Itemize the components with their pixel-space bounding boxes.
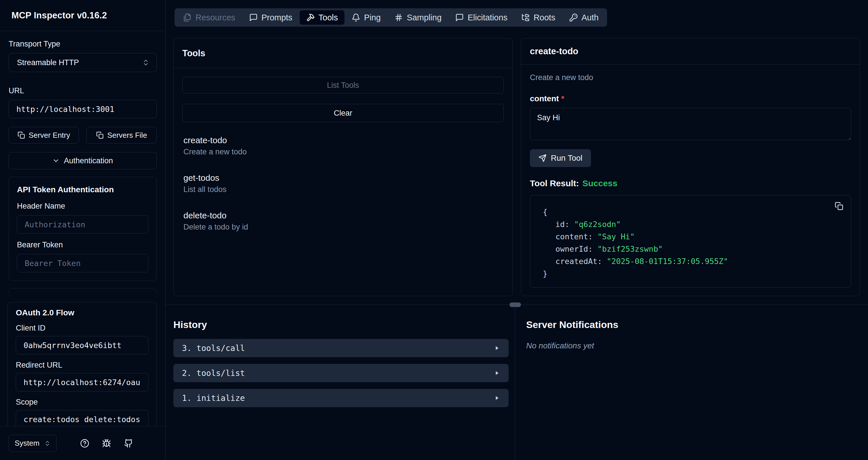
chevron-down-icon [52,157,60,164]
server-entry-label: Server Entry [29,131,70,140]
url-input[interactable] [17,105,149,113]
tool-description: List all todos [183,185,503,194]
bug-icon [102,439,111,448]
tab-roots[interactable]: Roots [515,10,562,25]
json-key: ownerId: [555,244,597,253]
copy-icon [18,131,25,139]
footer-icons [57,439,157,448]
tab-ping[interactable]: Ping [345,10,387,25]
json-line: ownerId: "bzif253zswnb" [543,243,838,255]
tool-list-item-delete-todo[interactable]: delete-todo Delete a todo by id [183,210,503,232]
url-input-wrap [9,100,157,118]
list-tools-button[interactable]: List Tools [182,77,504,94]
transport-type-label: Transport Type [9,40,157,48]
client-id-input[interactable] [24,341,141,350]
copy-icon [96,131,104,139]
json-key: id: [555,220,574,229]
scope-input[interactable] [24,415,141,424]
tool-result-row: Tool Result:Success [530,178,851,188]
sidebar: MCP Inspector v0.16.2 Transport Type Str… [0,0,166,460]
server-buttons-row: Server Entry Servers File [9,127,157,143]
json-value: "bzif253zswnb" [597,244,663,253]
sidebar-scroll-area: Transport Type Streamable HTTP URL Serve… [0,31,165,426]
help-button[interactable] [80,439,89,448]
history-list: 3. tools/call 2. tools/list 1. initializ… [174,339,507,407]
history-row-tools-list[interactable]: 2. tools/list [174,364,508,382]
tools-panel-title: Tools [182,48,205,59]
bottom-panes: History 3. tools/call 2. tools/list 1. i… [166,305,868,460]
message-square-icon [455,13,464,22]
expand-arrow-icon [494,370,500,376]
tool-description: Delete a todo by id [183,223,503,232]
tool-description: Create a new todo [183,147,503,156]
content-textarea[interactable]: Say Hi [530,108,851,140]
tab-bar: Resources Prompts Tools Ping Sampling El… [175,8,607,27]
tools-panel-body: List Tools Clear create-todo Create a ne… [174,68,513,257]
tab-label: Resources [195,13,236,22]
server-notifications-title: Server Notifications [526,319,868,330]
tab-prompts[interactable]: Prompts [243,10,299,25]
client-id-input-wrap [16,336,148,354]
expand-arrow-icon [494,345,500,351]
tool-name: create-todo [183,135,503,145]
json-value: "q6z2sodn" [574,220,621,229]
servers-file-button[interactable]: Servers File [86,127,157,143]
json-key: createdAt: [555,257,607,266]
theme-select[interactable]: System [9,435,57,452]
history-title: History [174,319,507,330]
tab-auth[interactable]: Auth [563,10,606,25]
github-button[interactable] [124,439,133,448]
send-icon [538,154,547,162]
history-row-tools-call[interactable]: 3. tools/call [174,339,508,357]
json-line: content: "Say Hi" [543,230,838,243]
sidebar-header: MCP Inspector v0.16.2 [0,0,165,31]
client-id-label: Client ID [16,324,148,333]
tool-list-item-get-todos[interactable]: get-todos List all todos [183,173,503,194]
api-token-card: API Token Authentication Header Name Bea… [9,177,157,281]
bug-report-button[interactable] [102,439,111,448]
tool-result-label: Tool Result: [530,178,579,188]
chevrons-up-down-icon [44,440,51,447]
json-value: "Say Hi" [597,232,634,241]
selected-tool-panel: create-todo Create a new todo content* S… [521,38,860,296]
tool-name: get-todos [183,173,503,183]
tab-label: Roots [534,13,555,22]
tool-list-item-create-todo[interactable]: create-todo Create a new todo [183,135,503,156]
tab-sampling[interactable]: Sampling [388,10,448,25]
tab-label: Auth [582,13,599,22]
github-icon [124,439,133,448]
servers-file-label: Servers File [107,131,147,140]
sidebar-footer: System [0,426,165,460]
server-entry-button[interactable]: Server Entry [9,127,79,143]
tab-label: Prompts [261,13,292,22]
header-name-input[interactable] [25,220,141,229]
scope-label: Scope [16,398,148,406]
bell-icon [352,13,360,22]
key-icon [569,13,578,22]
chevrons-up-down-icon [142,59,150,66]
authentication-toggle-label: Authentication [64,156,113,165]
json-key: content: [555,232,597,241]
copy-result-button[interactable] [835,202,843,210]
bearer-token-input-wrap [17,254,148,272]
tab-label: Elicitations [468,13,507,22]
history-row-initialize[interactable]: 1. initialize [174,389,508,407]
clear-button[interactable]: Clear [182,104,504,122]
transport-type-select[interactable]: Streamable HTTP [9,53,157,72]
tab-label: Tools [319,13,338,22]
bearer-token-input[interactable] [25,259,141,268]
authentication-toggle[interactable]: Authentication [9,152,157,169]
history-row-label: 1. initialize [182,393,245,403]
selected-tool-header: create-todo [521,38,860,65]
server-notifications-pane: Server Notifications No notifications ye… [515,305,868,460]
tab-tools[interactable]: Tools [300,10,345,25]
tools-panel: Tools List Tools Clear create-todo Creat… [174,38,513,296]
notifications-empty-text: No notifications yet [526,341,868,350]
tab-elicitations[interactable]: Elicitations [448,10,514,25]
tab-resources[interactable]: Resources [177,10,242,25]
message-square-icon [249,13,258,22]
run-tool-button[interactable]: Run Tool [530,149,591,167]
hammer-icon [306,13,315,22]
run-tool-label: Run Tool [551,154,582,163]
redirect-url-input[interactable] [24,378,141,387]
